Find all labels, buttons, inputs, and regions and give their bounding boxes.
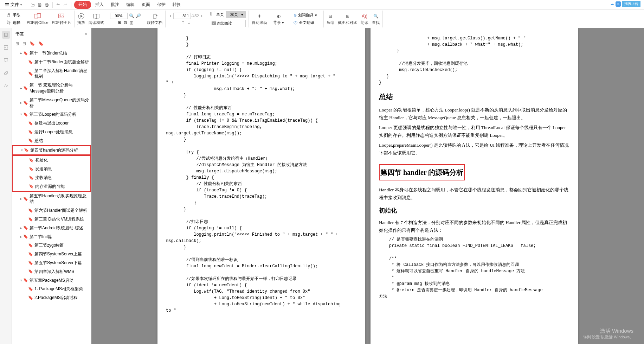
menu-annotate[interactable]: 批注: [108, 1, 122, 9]
screenshot-button[interactable]: ⊞截图和对比: [338, 13, 357, 25]
bookmark-item[interactable]: 🔖接收消息: [13, 173, 90, 182]
scroll-icon: ⬍: [256, 13, 263, 20]
bookmark-item[interactable]: 🔖1. PackageMS相关框架类: [12, 285, 91, 293]
bookmark-item[interactable]: ▸🔖第一节Android系统启动-综述: [12, 224, 91, 232]
next-page-icon[interactable]: ›: [200, 13, 204, 18]
hand-tool[interactable]: 手型: [5, 12, 22, 19]
bookmark-label: 第一节 宏观理论分析与Message源码分析: [30, 82, 90, 94]
play-button[interactable]: 播放: [77, 13, 85, 25]
pdf-to-office-button[interactable]: PDF转Office: [27, 13, 49, 25]
bookmark-item[interactable]: ▸🔖第十一节Binder总结: [12, 49, 91, 58]
close-panel-icon[interactable]: ×: [85, 31, 88, 37]
bookmark-item[interactable]: 🔖第四章深入解析WMS: [12, 267, 91, 276]
file-menu-button[interactable]: 文件 ▾: [3, 1, 24, 8]
bookmark-item[interactable]: 🔖第三节zygote篇: [12, 241, 91, 250]
comment-tab-icon[interactable]: [2, 56, 10, 64]
page-number-input[interactable]: [173, 13, 191, 19]
expand-toggle-icon[interactable]: ▸: [19, 101, 23, 105]
read-mode-button[interactable]: 阅读模式: [89, 13, 104, 25]
bookmark-item[interactable]: 🔖创建与退出Looper: [12, 119, 91, 128]
redo-icon[interactable]: [63, 2, 68, 8]
bookmark-item[interactable]: ▸🔖第一节 宏观理论分析与Message源码分析: [12, 81, 91, 96]
expand-toggle-icon[interactable]: ▸: [19, 235, 23, 239]
last-page-icon[interactable]: ⤓: [187, 20, 191, 25]
undo-icon[interactable]: [56, 2, 61, 8]
prev-page-icon[interactable]: ‹: [168, 13, 173, 18]
menu-protect[interactable]: 保护: [154, 1, 168, 9]
bookmark-item[interactable]: ▸🔖第二节MessageQueue的源码分析: [12, 96, 91, 110]
bookmark-icon: 🔖: [28, 217, 33, 222]
bookmark-item[interactable]: 🔖总结: [12, 136, 91, 145]
bookmark-item[interactable]: 🔖2.PackageMS启动过程: [12, 293, 91, 302]
attachment-tab-icon[interactable]: [2, 69, 10, 77]
bookmark-item[interactable]: ▿🔖第四节handler的源码分析: [13, 146, 90, 155]
bookmark-panel-title: 书签: [15, 31, 24, 37]
single-page-button[interactable]: 单页: [214, 11, 226, 18]
bm-tool-3[interactable]: 🔖: [30, 41, 35, 46]
rotate-button[interactable]: 旋转文档: [147, 13, 162, 25]
zoom-out-icon[interactable]: 🔍: [129, 13, 134, 18]
print-icon[interactable]: [44, 2, 50, 8]
cloud-upload-badge[interactable]: ☁ ∞ 拖拽上传: [610, 1, 640, 7]
compress-button[interactable]: ⊟压缩: [327, 13, 334, 25]
zoom-input[interactable]: [110, 13, 128, 19]
menu-insert[interactable]: 插入: [92, 1, 107, 9]
expand-toggle-icon[interactable]: ▿: [20, 148, 24, 153]
auto-scroll-button[interactable]: ⬍自动滚动: [252, 13, 267, 25]
bookmark-item[interactable]: 🔖第二章深入解析Handler消息机制: [12, 66, 91, 81]
expand-toggle-icon[interactable]: ▸: [19, 226, 23, 230]
open-icon[interactable]: [30, 2, 36, 8]
save-icon[interactable]: [37, 2, 43, 8]
bm-tool-2[interactable]: ⊟: [22, 41, 26, 46]
find-button[interactable]: 🔍查找: [372, 13, 380, 25]
continuous-read-toggle[interactable]: ✓连续阅读: [210, 20, 246, 27]
expand-toggle-icon[interactable]: ▿: [19, 278, 23, 283]
bookmark-item[interactable]: ▿🔖第三节Looper的源码分析: [12, 110, 91, 119]
bookmark-label: 内存泄漏的可能: [35, 184, 89, 190]
page-layout-icon[interactable]: ▯: [210, 11, 212, 18]
fit-page-icon[interactable]: ⊡: [124, 20, 127, 25]
double-page-button[interactable]: 双页 ▾: [226, 11, 245, 18]
fit-width-icon[interactable]: ⊞: [118, 20, 121, 25]
expand-toggle-icon[interactable]: ▸: [19, 86, 23, 91]
start-tab[interactable]: 开始: [74, 1, 91, 9]
bookmark-item[interactable]: ▸🔖第五节Handler机制实现原理总结: [12, 192, 91, 206]
bookmark-item[interactable]: ▸🔖第二节Init篇: [12, 232, 91, 241]
pdf-to-image-button[interactable]: PDF转图片: [52, 13, 71, 25]
full-translate-button[interactable]: Ⓐ全文翻译: [292, 19, 318, 26]
bookmark-item[interactable]: 🔖第四节SystemServer上篇: [12, 250, 91, 259]
bm-tool-1[interactable]: ⊞: [15, 41, 19, 46]
read-aloud-button[interactable]: A))朗读: [361, 13, 368, 25]
bm-tool-4[interactable]: 🔖: [38, 41, 44, 46]
signature-tab-icon[interactable]: [2, 82, 10, 89]
document-viewport[interactable]: } } // 打印日志 final Printer logging = me.m…: [91, 28, 644, 344]
word-translate-button[interactable]: ⊕划词翻译 ▾: [292, 12, 318, 19]
bookmark-tab-icon[interactable]: [2, 31, 10, 39]
layout-group: ▯ 单页 双页 ▾ ✓连续阅读: [207, 11, 249, 27]
bookmark-item[interactable]: 🔖运行Looper处理消息: [12, 128, 91, 136]
bookmark-item[interactable]: 🔖第六节Handler面试题全解析: [12, 206, 91, 215]
bookmark-item[interactable]: 🔖发送消息: [13, 165, 90, 173]
bookmark-item[interactable]: ▿🔖第五章PackageMS启动: [12, 276, 91, 285]
actual-size-icon[interactable]: ◫: [130, 20, 133, 25]
menu-convert[interactable]: 转换: [170, 1, 184, 9]
expand-toggle-icon[interactable]: ▿: [19, 112, 23, 117]
bookmark-icon: 🔖: [29, 166, 34, 172]
bookmark-item[interactable]: 🔖第十二节Binder面试题全解析: [12, 58, 91, 66]
background-button[interactable]: ◐背景 ▾: [273, 13, 284, 25]
expand-toggle-icon[interactable]: ▸: [19, 51, 23, 56]
bookmark-item[interactable]: 🔖内存泄漏的可能: [13, 182, 90, 191]
menu-edit[interactable]: 编辑: [123, 1, 137, 9]
bookmark-item[interactable]: 🔖初始化: [13, 156, 90, 165]
thumbnail-tab-icon[interactable]: [2, 44, 10, 51]
bookmark-item[interactable]: 🔖第五节SystemServer下篇: [12, 259, 91, 267]
expand-toggle-icon[interactable]: ▸: [19, 197, 23, 201]
first-page-icon[interactable]: ⤒: [181, 20, 185, 25]
menu-page[interactable]: 页面: [139, 1, 153, 9]
windows-watermark: 激活 Windows 转到"设置"以激活 Windows。: [583, 328, 634, 340]
bookmark-icon: 🔖: [23, 225, 28, 230]
cloud-sync-icon: ☁: [610, 1, 614, 6]
select-tool[interactable]: 选择: [5, 19, 22, 26]
zoom-in-icon[interactable]: 🔎: [136, 13, 141, 18]
bookmark-item[interactable]: 🔖第三章 Dalvik VM进程系统: [12, 215, 91, 224]
